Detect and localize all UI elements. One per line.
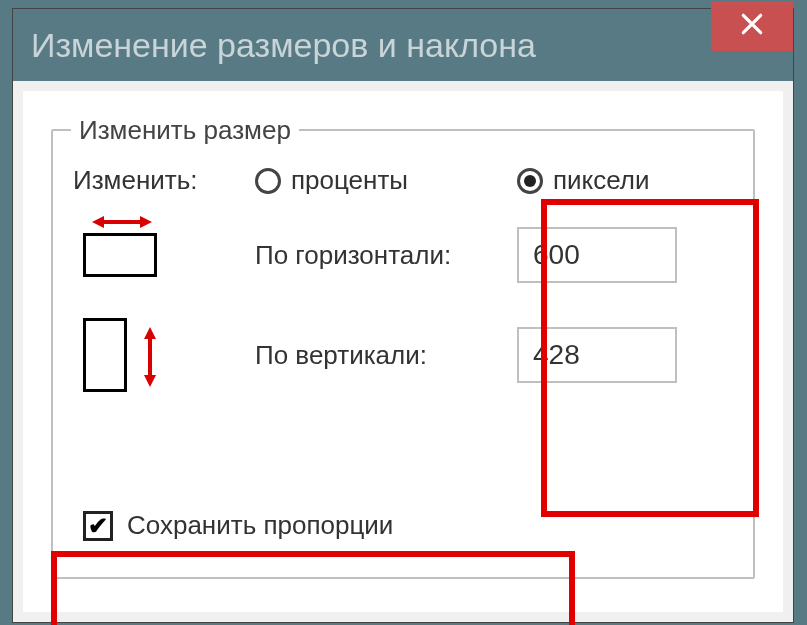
horizontal-row: По горизонтали:	[73, 214, 733, 296]
keep-aspect-checkbox[interactable]: ✔ Сохранить пропорции	[83, 510, 393, 541]
keep-aspect-label: Сохранить пропорции	[127, 510, 393, 541]
radio-percent[interactable]: проценты	[255, 165, 505, 196]
radio-pixels[interactable]: пиксели	[517, 165, 727, 196]
dialog-body: Изменить размер Изменить: проценты пиксе…	[23, 91, 783, 612]
resize-skew-dialog: Изменение размеров и наклона Изменить ра…	[12, 8, 794, 623]
svg-marker-1	[92, 216, 104, 228]
radio-icon	[255, 168, 281, 194]
vertical-row: По вертикали:	[73, 314, 733, 396]
resize-group: Изменить размер Изменить: проценты пиксе…	[51, 129, 755, 579]
resize-mode-row: Изменить: проценты пиксели	[73, 165, 733, 196]
svg-marker-5	[144, 375, 156, 387]
vertical-input[interactable]	[517, 327, 677, 383]
svg-marker-4	[144, 327, 156, 339]
horizontal-input[interactable]	[517, 227, 677, 283]
svg-marker-2	[140, 216, 152, 228]
group-legend: Изменить размер	[71, 115, 299, 146]
radio-icon	[517, 168, 543, 194]
close-button[interactable]	[711, 1, 793, 51]
dialog-title: Изменение размеров и наклона	[31, 26, 536, 65]
horizontal-arrow-icon	[92, 212, 152, 232]
highlight-keep-aspect	[51, 551, 575, 625]
vertical-label: По вертикали:	[255, 341, 505, 370]
radio-percent-label: проценты	[291, 165, 408, 196]
vertical-icon	[73, 318, 243, 392]
radio-pixels-label: пиксели	[553, 165, 650, 196]
change-label: Изменить:	[73, 165, 243, 196]
checkbox-icon: ✔	[83, 511, 113, 541]
horizontal-label: По горизонтали:	[255, 241, 505, 270]
titlebar: Изменение размеров и наклона	[13, 9, 793, 81]
vertical-arrow-icon	[140, 327, 160, 387]
horizontal-icon	[73, 233, 243, 277]
close-icon	[739, 11, 765, 41]
